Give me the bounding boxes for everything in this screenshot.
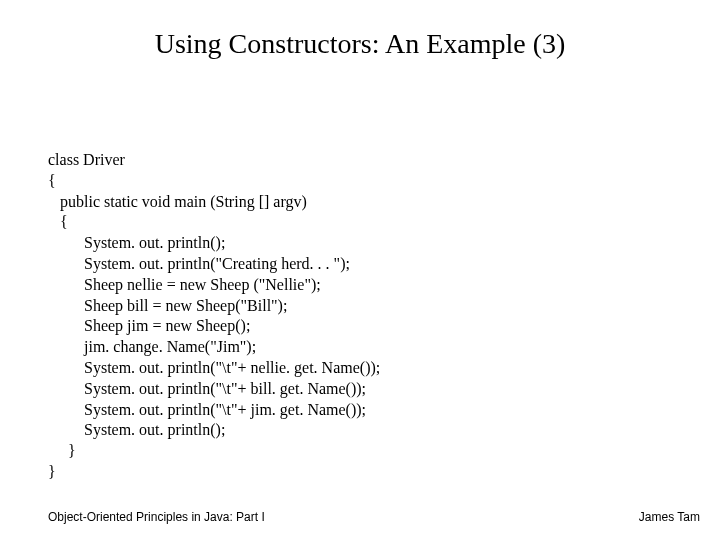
code-block: class Driver { public static void main (… <box>48 150 380 483</box>
slide-title: Using Constructors: An Example (3) <box>0 28 720 60</box>
slide: Using Constructors: An Example (3) class… <box>0 0 720 540</box>
footer-left: Object-Oriented Principles in Java: Part… <box>48 510 265 524</box>
footer-right: James Tam <box>639 510 700 524</box>
